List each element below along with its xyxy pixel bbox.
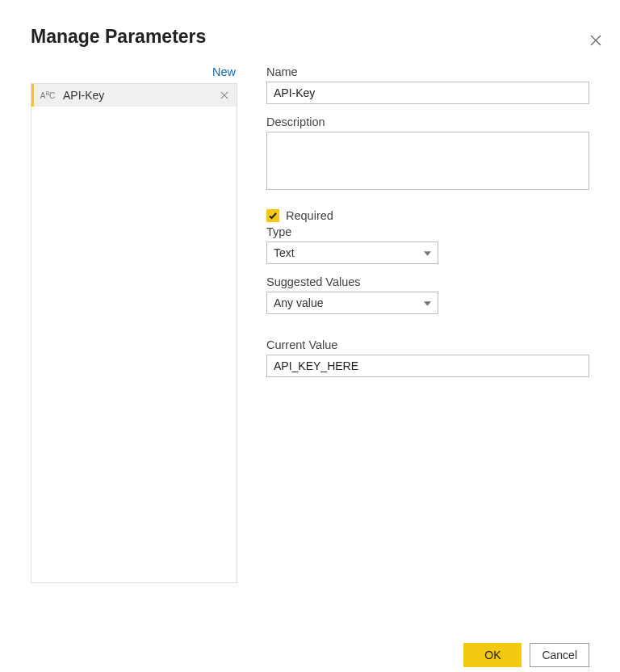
svg-marker-4 xyxy=(424,251,431,255)
suggested-values-dropdown[interactable]: Any value xyxy=(266,292,438,314)
close-icon[interactable] xyxy=(589,34,605,50)
text-type-icon: ABC xyxy=(39,91,57,100)
required-checkbox-row: Required xyxy=(266,209,589,222)
type-dropdown[interactable]: Text xyxy=(266,242,438,264)
description-field-group: Description xyxy=(266,116,589,193)
description-input[interactable] xyxy=(266,132,589,190)
suggested-values-label: Suggested Values xyxy=(266,275,589,288)
remove-parameter-icon[interactable] xyxy=(217,88,232,103)
dialog-body: New ABC API-Key Nam xyxy=(0,62,620,583)
name-field-group: Name xyxy=(266,65,589,104)
name-input[interactable] xyxy=(266,82,589,104)
parameter-item-name: API-Key xyxy=(63,89,217,102)
chevron-down-icon xyxy=(424,299,431,308)
required-checkbox[interactable] xyxy=(266,209,279,222)
ok-button[interactable]: OK xyxy=(463,643,522,667)
type-label: Type xyxy=(266,225,589,238)
svg-marker-5 xyxy=(424,301,431,305)
parameters-sidebar: New ABC API-Key xyxy=(31,62,237,583)
dialog-title: Manage Parameters xyxy=(31,26,620,48)
name-label: Name xyxy=(266,65,589,78)
required-label: Required xyxy=(286,209,333,222)
current-value-field-group: Current Value xyxy=(266,338,589,377)
new-parameter-link[interactable]: New xyxy=(31,62,237,83)
description-label: Description xyxy=(266,116,589,128)
type-selected-value: Text xyxy=(274,246,295,259)
dialog-footer: OK Cancel xyxy=(463,643,589,667)
suggested-values-field-group: Suggested Values Any value xyxy=(266,275,589,314)
parameter-list-item[interactable]: ABC API-Key xyxy=(31,84,237,107)
suggested-values-selected: Any value xyxy=(274,296,323,309)
current-value-input[interactable] xyxy=(266,355,589,377)
chevron-down-icon xyxy=(424,249,431,258)
current-value-label: Current Value xyxy=(266,338,589,351)
type-field-group: Type Text xyxy=(266,225,589,264)
parameter-list: ABC API-Key xyxy=(31,83,237,583)
parameter-form: Name Description Required Type Text xyxy=(266,62,589,583)
cancel-button[interactable]: Cancel xyxy=(530,643,589,667)
manage-parameters-dialog: Manage Parameters New ABC API-Key xyxy=(0,26,620,672)
